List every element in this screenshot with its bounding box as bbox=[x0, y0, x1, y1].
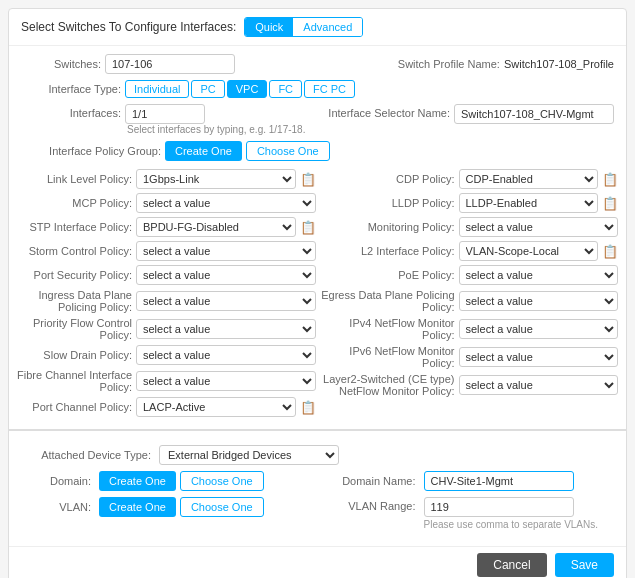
ingress-label: Ingress Data Plane Policing Policy: bbox=[17, 289, 132, 313]
fibre-channel-select[interactable]: select a value bbox=[136, 371, 316, 391]
monitoring-label: Monitoring Policy: bbox=[320, 221, 455, 233]
selector-name-input[interactable] bbox=[454, 104, 614, 124]
port-channel-select[interactable]: LACP-Active bbox=[136, 397, 296, 417]
vlan-choose-button[interactable]: Choose One bbox=[180, 497, 264, 517]
priority-flow-select[interactable]: select a value bbox=[136, 319, 316, 339]
vlan-hint: Please use comma to separate VLANs. bbox=[424, 519, 599, 530]
l2-icon[interactable]: 📋 bbox=[602, 244, 618, 259]
l2-netflow-label: Layer2-Switched (CE type) NetFlow Monito… bbox=[320, 373, 455, 397]
slow-drain-label: Slow Drain Policy: bbox=[17, 349, 132, 361]
domain-create-button[interactable]: Create One bbox=[99, 471, 176, 491]
port-channel-label: Port Channel Policy: bbox=[17, 401, 132, 413]
interfaces-hint: Select interfaces by typing, e.g. 1/17-1… bbox=[127, 124, 305, 135]
policy-group-buttons: Create One Choose One bbox=[165, 141, 330, 161]
vlan-create-button[interactable]: Create One bbox=[99, 497, 176, 517]
cancel1-button[interactable]: Cancel bbox=[477, 553, 546, 577]
slow-drain-select[interactable]: select a value bbox=[136, 345, 316, 365]
link-level-label: Link Level Policy: bbox=[17, 173, 132, 185]
interfaces-input[interactable] bbox=[125, 104, 205, 124]
vlan-buttons: Create One Choose One bbox=[99, 497, 264, 517]
ipv6-netflow-label: IPv6 NetFlow Monitor Policy: bbox=[320, 345, 455, 369]
port-channel-icon[interactable]: 📋 bbox=[300, 400, 316, 415]
policy-choose-button[interactable]: Choose One bbox=[246, 141, 330, 161]
ipv4-netflow-select[interactable]: select a value bbox=[459, 319, 619, 339]
ipv4-netflow-label: IPv4 NetFlow Monitor Policy: bbox=[320, 317, 455, 341]
domain-choose-button[interactable]: Choose One bbox=[180, 471, 264, 491]
port-security-label: Port Security Policy: bbox=[17, 269, 132, 281]
egress-select[interactable]: select a value bbox=[459, 291, 619, 311]
policy-create-button[interactable]: Create One bbox=[165, 141, 242, 161]
ipv6-netflow-select[interactable]: select a value bbox=[459, 347, 619, 367]
attached-device-select[interactable]: External Bridged Devices bbox=[159, 445, 339, 465]
switch-profile-value: Switch107-108_Profile bbox=[504, 58, 614, 70]
priority-flow-label: Priority Flow Control Policy: bbox=[17, 317, 132, 341]
fibre-channel-label: Fibre Channel Interface Policy: bbox=[17, 369, 132, 393]
selector-name-label: Interface Selector Name: bbox=[328, 104, 450, 119]
switches-input[interactable] bbox=[105, 54, 235, 74]
policy-group-label: Interface Policy Group: bbox=[21, 145, 161, 157]
interface-type-group: Individual PC VPC FC FC PC bbox=[125, 80, 355, 98]
lldp-icon[interactable]: 📋 bbox=[602, 196, 618, 211]
ingress-select[interactable]: select a value bbox=[136, 291, 316, 311]
quick-button[interactable]: Quick bbox=[245, 18, 293, 36]
lldp-select[interactable]: LLDP-Enabled bbox=[459, 193, 599, 213]
domain-label: Domain: bbox=[21, 475, 91, 487]
stp-select[interactable]: BPDU-FG-Disabled bbox=[136, 217, 296, 237]
egress-label: Egress Data Plane Policing Policy: bbox=[320, 289, 455, 313]
port-security-select[interactable]: select a value bbox=[136, 265, 316, 285]
vlan-range-label: VLAN Range: bbox=[326, 497, 416, 512]
itype-fcpc[interactable]: FC PC bbox=[304, 80, 355, 98]
monitoring-select[interactable]: select a value bbox=[459, 217, 619, 237]
l2-interface-select[interactable]: VLAN-Scope-Local bbox=[459, 241, 599, 261]
vlan-label: VLAN: bbox=[21, 501, 91, 513]
stp-icon[interactable]: 📋 bbox=[300, 220, 316, 235]
link-level-icon[interactable]: 📋 bbox=[300, 172, 316, 187]
cdp-select[interactable]: CDP-Enabled bbox=[459, 169, 599, 189]
poe-select[interactable]: select a value bbox=[459, 265, 619, 285]
cdp-icon[interactable]: 📋 bbox=[602, 172, 618, 187]
l2-netflow-select[interactable]: select a value bbox=[459, 375, 619, 395]
interface-type-label: Interface Type: bbox=[21, 83, 121, 95]
link-level-select[interactable]: 1Gbps-Link bbox=[136, 169, 296, 189]
switch-profile-label: Switch Profile Name: bbox=[398, 58, 500, 70]
domain-name-label: Domain Name: bbox=[326, 475, 416, 487]
attached-device-label: Attached Device Type: bbox=[21, 449, 151, 461]
lldp-label: LLDP Policy: bbox=[320, 197, 455, 209]
mcp-label: MCP Policy: bbox=[17, 197, 132, 209]
select-switches-label: Select Switches To Configure Interfaces: bbox=[21, 20, 236, 34]
domain-name-input[interactable] bbox=[424, 471, 574, 491]
itype-vpc[interactable]: VPC bbox=[227, 80, 268, 98]
quick-advanced-toggle: Quick Advanced bbox=[244, 17, 363, 37]
l2-interface-label: L2 Interface Policy: bbox=[320, 245, 455, 257]
stp-label: STP Interface Policy: bbox=[17, 221, 132, 233]
vlan-range-input[interactable] bbox=[424, 497, 574, 517]
domain-buttons: Create One Choose One bbox=[99, 471, 264, 491]
interfaces-label: Interfaces: bbox=[21, 104, 121, 119]
cdp-label: CDP Policy: bbox=[320, 173, 455, 185]
itype-individual[interactable]: Individual bbox=[125, 80, 189, 98]
poe-label: PoE Policy: bbox=[320, 269, 455, 281]
save-button[interactable]: Save bbox=[555, 553, 614, 577]
advanced-button[interactable]: Advanced bbox=[293, 18, 362, 36]
mcp-select[interactable]: select a value bbox=[136, 193, 316, 213]
storm-label: Storm Control Policy: bbox=[17, 245, 132, 257]
itype-fc[interactable]: FC bbox=[269, 80, 302, 98]
switches-label: Switches: bbox=[21, 58, 101, 70]
storm-select[interactable]: select a value bbox=[136, 241, 316, 261]
itype-pc[interactable]: PC bbox=[191, 80, 224, 98]
